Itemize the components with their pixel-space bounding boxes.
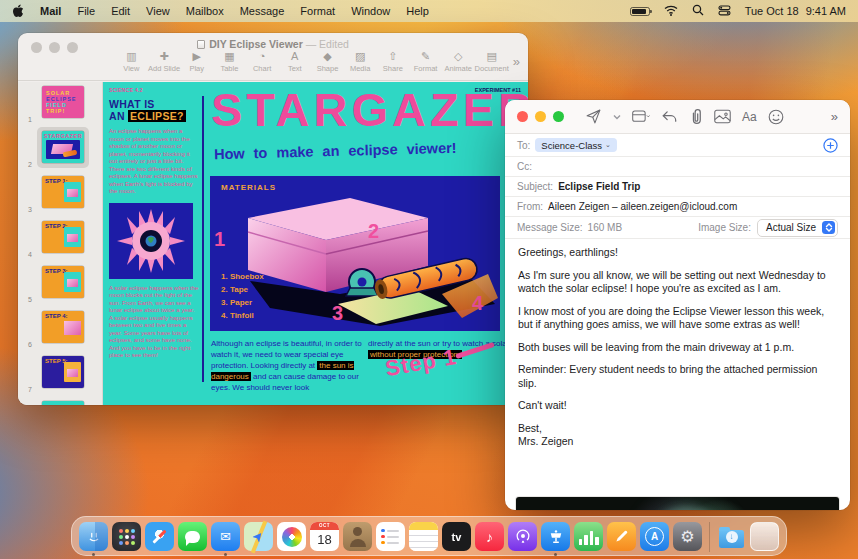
- menu-item-format[interactable]: Format: [300, 5, 335, 17]
- media-button[interactable]: ▨Media: [344, 50, 377, 73]
- slide-thumbnail-7[interactable]: STEP 5:: [42, 356, 84, 388]
- slide-number: 7: [28, 386, 32, 393]
- sun-illustration: [109, 203, 193, 279]
- menubar-time[interactable]: 9:41 AM: [806, 5, 846, 17]
- dock-tv-icon[interactable]: tv: [442, 522, 471, 551]
- control-center-icon[interactable]: [718, 5, 731, 18]
- chart-button[interactable]: ◔Chart: [246, 50, 279, 73]
- share-button[interactable]: ⇧Share: [377, 50, 410, 73]
- animate-button[interactable]: ◇Animate: [442, 50, 475, 73]
- reply-button[interactable]: [661, 109, 678, 124]
- subject-field[interactable]: Subject: Eclipse Field Trip: [505, 177, 850, 197]
- slide-thumbnail-3[interactable]: STEP 1:: [42, 176, 84, 208]
- minimize-button[interactable]: [535, 111, 546, 122]
- slide-canvas[interactable]: SCIENCE 4.2 EXPERIMENT #11 WHAT IS AN EC…: [103, 82, 528, 405]
- shape-icon: ◆: [323, 50, 331, 62]
- dock-trash-icon[interactable]: [750, 522, 779, 551]
- recipient-token[interactable]: Science-Class⌄: [535, 138, 617, 152]
- menu-bar: Mail File Edit View Mailbox Message Form…: [0, 0, 858, 22]
- play-button[interactable]: ▶Play: [180, 50, 213, 73]
- text-format-button[interactable]: Aa: [742, 110, 757, 124]
- document-button[interactable]: ▤Document: [475, 50, 509, 73]
- dock-settings-icon[interactable]: ⚙: [673, 522, 702, 551]
- dock-appstore-icon[interactable]: A: [640, 522, 669, 551]
- message-body[interactable]: Greetings, earthlings! As I'm sure you a…: [505, 239, 850, 449]
- document-icon: ▤: [486, 50, 496, 62]
- image-size-select[interactable]: Actual Size: [757, 219, 838, 237]
- from-field[interactable]: From: Aileen Zeigen – aileen.zeigen@iclo…: [505, 197, 850, 217]
- slide-thumbnail-1[interactable]: SOLAR ECLIPSE FIELD TRIP!: [42, 86, 84, 118]
- dock-finder-icon[interactable]: [79, 522, 108, 551]
- dock-maps-icon[interactable]: [244, 522, 273, 551]
- toolbar-overflow-icon[interactable]: »: [509, 54, 520, 69]
- dock-calendar-icon[interactable]: OCT18: [310, 522, 339, 551]
- slide-number: 4: [28, 251, 32, 258]
- dock-safari-icon[interactable]: [145, 522, 174, 551]
- menu-item-message[interactable]: Message: [240, 5, 285, 17]
- slide-thumbnail-4[interactable]: STEP 2:: [42, 221, 84, 253]
- material-number-3: 3: [332, 302, 343, 325]
- to-field[interactable]: To: Science-Class⌄: [505, 134, 850, 157]
- body-paragraph: Can't wait!: [518, 399, 837, 413]
- dock-contacts-icon[interactable]: [343, 522, 372, 551]
- attach-file-button[interactable]: [689, 108, 703, 125]
- menu-item-view[interactable]: View: [146, 5, 170, 17]
- text-button[interactable]: AText: [278, 50, 311, 73]
- send-button[interactable]: [585, 108, 602, 125]
- dock-messages-icon[interactable]: [178, 522, 207, 551]
- wifi-icon[interactable]: [664, 5, 678, 18]
- shape-button[interactable]: ◆Shape: [311, 50, 344, 73]
- dock-mail-icon[interactable]: ✉: [211, 522, 240, 551]
- spotlight-search-icon[interactable]: [692, 4, 704, 18]
- keynote-titlebar: DIY Eclipse Viewer — Edited ▥View ✚Add S…: [18, 33, 528, 81]
- battery-icon[interactable]: [630, 7, 650, 16]
- dock-reminders-icon[interactable]: [376, 522, 405, 551]
- dock-pages-icon[interactable]: [607, 522, 636, 551]
- cc-field[interactable]: Cc:: [505, 157, 850, 177]
- slide-thumbnail-8[interactable]: DID YOU KNOW...: [42, 401, 84, 405]
- zoom-button[interactable]: [553, 111, 564, 122]
- stargazer-title: STARGAZER: [211, 82, 528, 137]
- dock-launchpad-icon[interactable]: [112, 522, 141, 551]
- menu-item-help[interactable]: Help: [406, 5, 429, 17]
- add-slide-button[interactable]: ✚Add Slide: [148, 50, 181, 73]
- send-options-chevron-icon[interactable]: [613, 114, 621, 120]
- toolbar-overflow-icon[interactable]: »: [831, 109, 838, 124]
- menu-item-mailbox[interactable]: Mailbox: [186, 5, 224, 17]
- dock-podcasts-icon[interactable]: [508, 522, 537, 551]
- menubar-date[interactable]: Tue Oct 18: [745, 5, 799, 17]
- insert-photo-button[interactable]: [714, 109, 731, 124]
- format-icon: ✎: [421, 50, 430, 62]
- body-paragraph: I know most of you are doing the Eclipse…: [518, 305, 837, 332]
- menu-item-file[interactable]: File: [77, 5, 95, 17]
- menu-item-mail[interactable]: Mail: [40, 5, 61, 17]
- eclipse-photo-attachment[interactable]: [516, 497, 839, 510]
- play-icon: ▶: [192, 50, 200, 62]
- view-button[interactable]: ▥View: [115, 50, 148, 73]
- dock-notes-icon[interactable]: [409, 522, 438, 551]
- format-button[interactable]: ✎Format: [409, 50, 442, 73]
- menu-item-edit[interactable]: Edit: [111, 5, 130, 17]
- menu-item-window[interactable]: Window: [351, 5, 390, 17]
- edited-label: — Edited: [306, 38, 349, 50]
- apple-menu-icon[interactable]: [12, 4, 24, 18]
- dock-numbers-icon[interactable]: [574, 522, 603, 551]
- token-chevron-icon: ⌄: [605, 141, 611, 149]
- close-button[interactable]: [517, 111, 528, 122]
- slide-thumbnail-2-selected[interactable]: STARGAZER: [42, 131, 84, 163]
- document-proxy-icon[interactable]: [197, 40, 205, 49]
- slide-thumbnail-5[interactable]: STEP 3:: [42, 266, 84, 298]
- add-recipient-button[interactable]: [823, 138, 838, 153]
- table-icon: ▦: [224, 50, 234, 62]
- dock-music-icon[interactable]: ♪: [475, 522, 504, 551]
- media-icon: ▨: [355, 50, 365, 62]
- body-paragraph: Both buses will be leaving from the main…: [518, 341, 837, 355]
- slide-thumbnail-6[interactable]: STEP 4:: [42, 311, 84, 343]
- header-fields-button[interactable]: [632, 109, 650, 124]
- dock-downloads-icon[interactable]: ↓: [717, 522, 746, 551]
- mail-toolbar: Aa »: [505, 100, 850, 134]
- table-button[interactable]: ▦Table: [213, 50, 246, 73]
- dock-keynote-icon[interactable]: [541, 522, 570, 551]
- dock-photos-icon[interactable]: [277, 522, 306, 551]
- emoji-button[interactable]: [768, 109, 784, 125]
